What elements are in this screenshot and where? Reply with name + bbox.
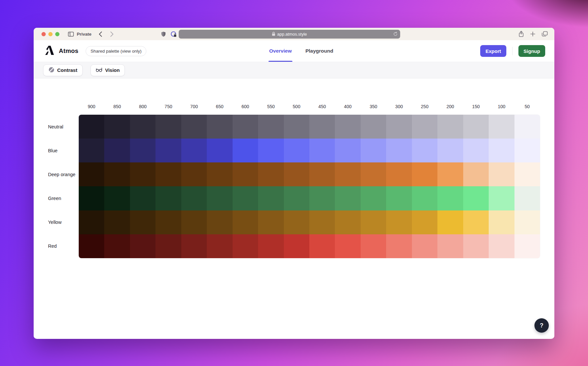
swatch-blue-350[interactable] xyxy=(361,139,386,162)
swatch-green-550[interactable] xyxy=(258,186,284,210)
reload-icon[interactable] xyxy=(393,31,398,37)
swatch-red-200[interactable] xyxy=(437,234,463,258)
swatch-blue-400[interactable] xyxy=(335,139,360,162)
swatch-neutral-650[interactable] xyxy=(207,115,232,139)
swatch-yellow-500[interactable] xyxy=(284,210,309,234)
swatch-blue-100[interactable] xyxy=(489,139,514,162)
swatch-yellow-600[interactable] xyxy=(233,210,258,234)
swatch-deep-orange-900[interactable] xyxy=(79,162,104,186)
swatch-neutral-350[interactable] xyxy=(361,115,386,139)
swatch-deep-orange-500[interactable] xyxy=(284,162,309,186)
swatch-yellow-150[interactable] xyxy=(463,210,489,234)
swatch-neutral-800[interactable] xyxy=(130,115,155,139)
swatch-yellow-750[interactable] xyxy=(155,210,181,234)
swatch-yellow-650[interactable] xyxy=(207,210,232,234)
swatch-yellow-700[interactable] xyxy=(181,210,207,234)
swatch-green-750[interactable] xyxy=(155,186,181,210)
privacy-lock-icon[interactable] xyxy=(171,31,177,37)
help-button[interactable]: ? xyxy=(534,318,549,333)
swatch-neutral-500[interactable] xyxy=(284,115,309,139)
swatch-green-500[interactable] xyxy=(284,186,309,210)
swatch-yellow-850[interactable] xyxy=(104,210,130,234)
swatch-blue-850[interactable] xyxy=(104,139,130,162)
swatch-yellow-900[interactable] xyxy=(79,210,104,234)
tab-playground[interactable]: Playground xyxy=(305,40,333,62)
export-button[interactable]: Export xyxy=(480,45,506,57)
swatch-red-700[interactable] xyxy=(181,234,207,258)
swatch-green-100[interactable] xyxy=(489,186,514,210)
swatch-neutral-850[interactable] xyxy=(104,115,130,139)
swatch-green-600[interactable] xyxy=(233,186,258,210)
swatch-red-250[interactable] xyxy=(412,234,437,258)
swatch-red-100[interactable] xyxy=(489,234,514,258)
swatch-blue-750[interactable] xyxy=(155,139,181,162)
swatch-green-450[interactable] xyxy=(309,186,335,210)
swatch-deep-orange-450[interactable] xyxy=(309,162,335,186)
contrast-button[interactable]: Contrast xyxy=(43,64,83,76)
swatch-red-800[interactable] xyxy=(130,234,155,258)
swatch-deep-orange-200[interactable] xyxy=(437,162,463,186)
vision-button[interactable]: Vision xyxy=(90,64,125,76)
swatch-green-150[interactable] xyxy=(463,186,489,210)
swatch-neutral-550[interactable] xyxy=(258,115,284,139)
tab-overview-icon[interactable] xyxy=(542,31,548,37)
swatch-deep-orange-350[interactable] xyxy=(361,162,386,186)
back-button[interactable] xyxy=(99,31,102,37)
swatch-red-850[interactable] xyxy=(104,234,130,258)
swatch-neutral-400[interactable] xyxy=(335,115,360,139)
swatch-yellow-350[interactable] xyxy=(361,210,386,234)
swatch-yellow-400[interactable] xyxy=(335,210,360,234)
swatch-deep-orange-750[interactable] xyxy=(155,162,181,186)
swatch-deep-orange-800[interactable] xyxy=(130,162,155,186)
swatch-deep-orange-100[interactable] xyxy=(489,162,514,186)
new-tab-icon[interactable] xyxy=(530,31,535,37)
swatch-red-750[interactable] xyxy=(155,234,181,258)
swatch-blue-500[interactable] xyxy=(284,139,309,162)
swatch-blue-700[interactable] xyxy=(181,139,207,162)
swatch-deep-orange-850[interactable] xyxy=(104,162,130,186)
swatch-green-200[interactable] xyxy=(437,186,463,210)
swatch-red-300[interactable] xyxy=(386,234,412,258)
swatch-red-50[interactable] xyxy=(514,234,540,258)
swatch-deep-orange-150[interactable] xyxy=(463,162,489,186)
share-icon[interactable] xyxy=(518,31,524,37)
forward-button[interactable] xyxy=(110,31,114,37)
swatch-green-350[interactable] xyxy=(361,186,386,210)
swatch-green-50[interactable] xyxy=(514,186,540,210)
swatch-blue-250[interactable] xyxy=(412,139,437,162)
swatch-blue-900[interactable] xyxy=(79,139,104,162)
swatch-deep-orange-550[interactable] xyxy=(258,162,284,186)
swatch-red-900[interactable] xyxy=(79,234,104,258)
swatch-green-650[interactable] xyxy=(207,186,232,210)
swatch-yellow-300[interactable] xyxy=(386,210,412,234)
swatch-neutral-900[interactable] xyxy=(79,115,104,139)
swatch-neutral-250[interactable] xyxy=(412,115,437,139)
zoom-window-button[interactable] xyxy=(55,32,59,36)
swatch-red-650[interactable] xyxy=(207,234,232,258)
address-bar[interactable]: app.atmos.style xyxy=(179,30,400,39)
swatch-red-600[interactable] xyxy=(233,234,258,258)
swatch-deep-orange-600[interactable] xyxy=(233,162,258,186)
swatch-deep-orange-400[interactable] xyxy=(335,162,360,186)
swatch-yellow-50[interactable] xyxy=(514,210,540,234)
swatch-neutral-100[interactable] xyxy=(489,115,514,139)
swatch-neutral-200[interactable] xyxy=(437,115,463,139)
swatch-neutral-600[interactable] xyxy=(233,115,258,139)
swatch-neutral-750[interactable] xyxy=(155,115,181,139)
swatch-red-450[interactable] xyxy=(309,234,335,258)
swatch-blue-50[interactable] xyxy=(514,139,540,162)
swatch-yellow-450[interactable] xyxy=(309,210,335,234)
swatch-green-850[interactable] xyxy=(104,186,130,210)
sidebar-toggle-icon[interactable] xyxy=(68,32,74,37)
swatch-yellow-200[interactable] xyxy=(437,210,463,234)
swatch-deep-orange-700[interactable] xyxy=(181,162,207,186)
swatch-red-550[interactable] xyxy=(258,234,284,258)
swatch-red-350[interactable] xyxy=(361,234,386,258)
swatch-blue-300[interactable] xyxy=(386,139,412,162)
swatch-yellow-250[interactable] xyxy=(412,210,437,234)
swatch-green-250[interactable] xyxy=(412,186,437,210)
signup-button[interactable]: Signup xyxy=(518,45,545,57)
swatch-blue-450[interactable] xyxy=(309,139,335,162)
swatch-red-500[interactable] xyxy=(284,234,309,258)
swatch-green-800[interactable] xyxy=(130,186,155,210)
